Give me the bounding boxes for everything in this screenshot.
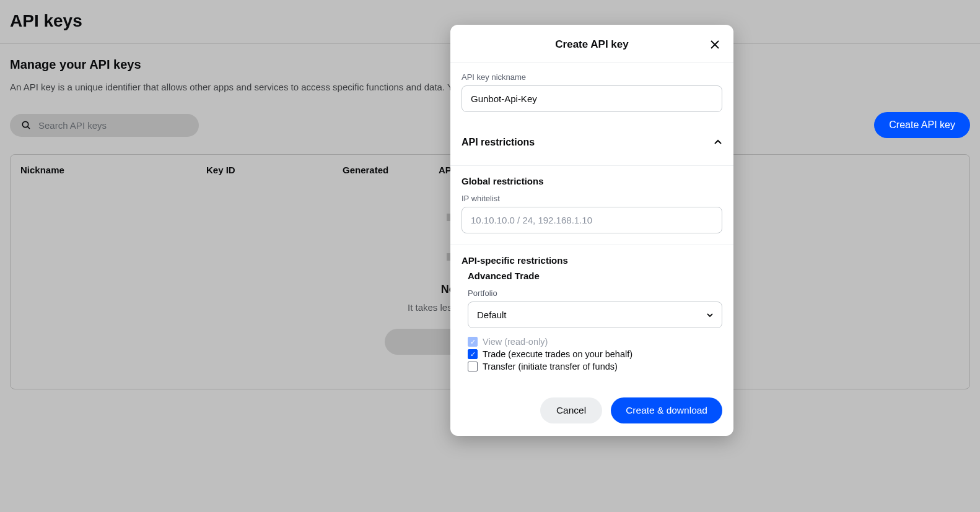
create-download-button[interactable]: Create & download — [611, 397, 722, 423]
cancel-button[interactable]: Cancel — [540, 397, 602, 423]
permission-view-label: View (read-only) — [483, 337, 548, 347]
ip-whitelist-label: IP whitelist — [462, 194, 722, 203]
search-input[interactable] — [38, 120, 188, 131]
api-restrictions-title: API restrictions — [462, 137, 535, 148]
permission-trade[interactable]: ✓ Trade (execute trades on your behalf) — [468, 349, 722, 359]
permission-transfer-label: Transfer (initiate transfer of funds) — [483, 362, 618, 371]
check-icon: ✓ — [470, 351, 476, 358]
create-api-key-modal: Create API key API key nickname API rest… — [450, 25, 733, 436]
checkbox-view[interactable]: ✓ — [468, 337, 478, 347]
global-restrictions-title: Global restrictions — [462, 176, 722, 186]
nickname-label: API key nickname — [462, 72, 722, 82]
modal-body: API key nickname API restrictions Global… — [450, 63, 733, 374]
divider — [450, 165, 733, 166]
checkbox-transfer[interactable] — [468, 362, 478, 371]
column-generated: Generated — [343, 165, 439, 175]
divider — [450, 245, 733, 245]
api-restrictions-toggle[interactable]: API restrictions — [462, 124, 722, 157]
advanced-trade-title: Advanced Trade — [468, 271, 722, 281]
close-icon — [710, 40, 720, 50]
search-icon — [21, 120, 31, 130]
advanced-trade-block: Advanced Trade Portfolio Default ✓ View … — [462, 271, 722, 371]
permissions-list: ✓ View (read-only) ✓ Trade (execute trad… — [468, 337, 722, 371]
permission-transfer[interactable]: Transfer (initiate transfer of funds) — [468, 362, 722, 371]
close-button[interactable] — [707, 37, 722, 54]
modal-title: Create API key — [555, 38, 628, 51]
column-nickname: Nickname — [20, 165, 206, 175]
column-key-id: Key ID — [206, 165, 343, 175]
search-container[interactable] — [10, 114, 199, 137]
permission-view[interactable]: ✓ View (read-only) — [468, 337, 722, 347]
portfolio-select-wrap[interactable]: Default — [468, 302, 722, 328]
modal-footer: Cancel Create & download — [450, 386, 733, 436]
modal-header: Create API key — [450, 25, 733, 63]
api-specific-restrictions-title: API-specific restrictions — [462, 255, 722, 266]
svg-line-1 — [28, 127, 30, 129]
nickname-input[interactable] — [462, 85, 722, 112]
create-api-key-button[interactable]: Create API key — [874, 112, 970, 138]
portfolio-label: Portfolio — [468, 289, 722, 298]
ip-whitelist-input[interactable] — [462, 207, 722, 233]
svg-point-0 — [22, 121, 28, 127]
permission-trade-label: Trade (execute trades on your behalf) — [483, 349, 632, 359]
checkbox-trade[interactable]: ✓ — [468, 349, 478, 359]
chevron-up-icon — [714, 138, 722, 147]
portfolio-select[interactable]: Default — [468, 302, 722, 328]
check-icon: ✓ — [470, 339, 476, 345]
